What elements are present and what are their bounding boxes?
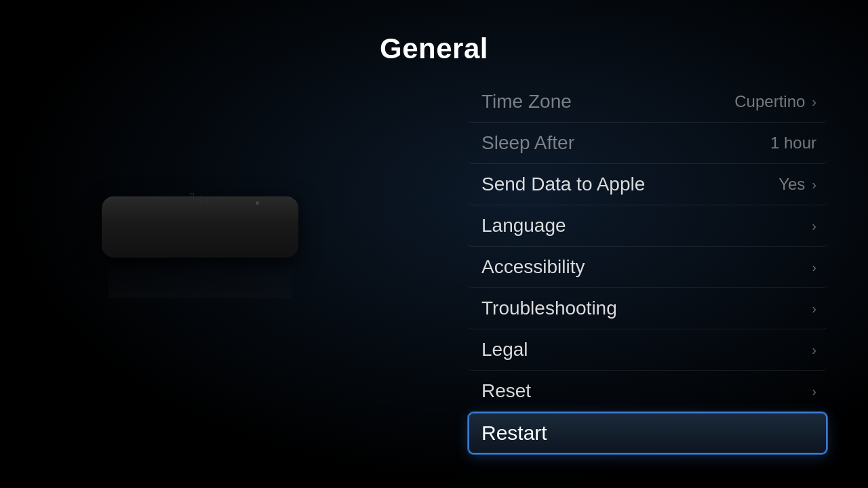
chevron-icon-reset: ›: [812, 384, 816, 399]
menu-label-reset: Reset: [481, 380, 531, 402]
menu-value-legal: ›: [809, 342, 816, 358]
menu-value-text-sleep-after: 1 hour: [770, 134, 816, 152]
menu-value-accessibility: ›: [809, 260, 816, 275]
menu-value-troubleshooting: ›: [809, 301, 816, 317]
menu-item-send-data[interactable]: Send Data to AppleYes›: [468, 164, 827, 205]
menu-label-accessibility: Accessibility: [481, 256, 585, 278]
menu-item-restart[interactable]: Restart: [468, 412, 827, 454]
menu-value-sleep-after: 1 hour: [770, 134, 816, 152]
chevron-icon-legal: ›: [812, 342, 816, 358]
menu-value-language: ›: [809, 218, 816, 234]
menu-value-reset: ›: [809, 384, 816, 399]
apple-icon: : [189, 190, 195, 207]
menu-item-time-zone[interactable]: Time ZoneCupertino›: [468, 81, 827, 123]
device-logo:  tv: [189, 190, 210, 207]
device-indicator: [256, 201, 259, 205]
menu-label-send-data: Send Data to Apple: [481, 174, 645, 195]
device-body:  tv: [102, 197, 298, 258]
menu-value-time-zone: Cupertino›: [734, 92, 816, 111]
menu-item-sleep-after[interactable]: Sleep After1 hour: [468, 123, 827, 164]
menu-item-troubleshooting[interactable]: Troubleshooting›: [468, 288, 827, 329]
menu-label-restart: Restart: [481, 422, 547, 445]
chevron-icon-troubleshooting: ›: [812, 301, 816, 317]
device-illustration:  tv: [95, 149, 312, 298]
menu-label-legal: Legal: [481, 339, 528, 361]
menu-item-language[interactable]: Language›: [468, 205, 827, 247]
menu-value-text-time-zone: Cupertino: [734, 92, 805, 111]
page-title: General: [380, 33, 488, 65]
menu-value-text-send-data: Yes: [778, 175, 805, 194]
tv-label: tv: [199, 193, 210, 205]
menu-item-reset[interactable]: Reset›: [468, 371, 827, 412]
chevron-icon-accessibility: ›: [812, 260, 816, 275]
menu-label-language: Language: [481, 215, 566, 237]
chevron-icon-language: ›: [812, 218, 816, 234]
chevron-icon-time-zone: ›: [812, 94, 816, 110]
menu-label-time-zone: Time Zone: [481, 91, 572, 113]
device-reflection: [108, 261, 292, 298]
chevron-icon-send-data: ›: [812, 177, 816, 192]
menu-label-sleep-after: Sleep After: [481, 132, 574, 154]
menu-value-send-data: Yes›: [778, 175, 816, 194]
menu-item-legal[interactable]: Legal›: [468, 329, 827, 371]
menu-item-accessibility[interactable]: Accessibility›: [468, 247, 827, 288]
menu-label-troubleshooting: Troubleshooting: [481, 298, 617, 319]
settings-menu: Time ZoneCupertino›Sleep After1 hourSend…: [468, 81, 827, 454]
